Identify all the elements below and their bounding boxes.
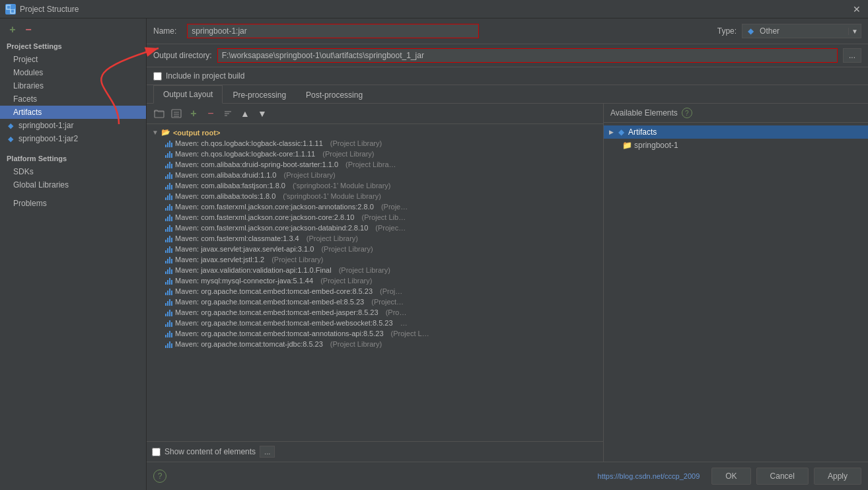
tree-item-13[interactable]: Maven: mysql:mysql-connector-java:5.1.44… <box>147 275 603 286</box>
sidebar-item-sdks[interactable]: SDKs <box>0 165 146 178</box>
sidebar-item-global-libraries[interactable]: Global Libraries <box>0 178 146 192</box>
tree-item-2[interactable]: Maven: com.alibaba:druid-spring-boot-sta… <box>147 159 603 170</box>
bars-icon-14 <box>165 287 172 295</box>
tree-item-1[interactable]: Maven: ch.qos.logback:logback-core:1.1.1… <box>147 149 603 159</box>
output-layout-panel: + − ▲ ▼ ▼ 📂 <box>147 104 604 462</box>
tree-item-15[interactable]: Maven: org.apache.tomcat.embed:tomcat-em… <box>147 297 603 307</box>
sidebar-item-modules[interactable]: Modules <box>0 66 146 79</box>
bars-icon-10 <box>165 245 172 253</box>
apply-button[interactable]: Apply <box>814 468 861 485</box>
bars-icon-2 <box>165 160 172 168</box>
bars-icon-11 <box>165 256 172 263</box>
sidebar-toolbar: + − <box>0 18 146 38</box>
sidebar-item-facets[interactable]: Facets <box>0 92 146 106</box>
tree-item-10[interactable]: Maven: javax.servlet:javax.servlet-api:3… <box>147 244 603 254</box>
tree-item-12[interactable]: Maven: javax.validation:validation-api:1… <box>147 265 603 275</box>
output-tree[interactable]: ▼ 📂 <output root> Maven: ch.qos.logback:… <box>147 124 603 441</box>
sidebar-item-project[interactable]: Project <box>0 53 146 66</box>
tree-item-8[interactable]: Maven: com.fasterxml.jackson.core:jackso… <box>147 223 603 233</box>
tree-item-17[interactable]: Maven: org.apache.tomcat.embed:tomcat-em… <box>147 318 603 328</box>
sidebar-divider2 <box>0 192 146 197</box>
artifact-entry-jar[interactable]: ◆ springboot-1:jar <box>0 119 146 132</box>
cancel-button[interactable]: Cancel <box>756 468 809 485</box>
tree-item-6[interactable]: Maven: com.fasterxml.jackson.core:jackso… <box>147 201 603 212</box>
project-settings-label: Project Settings <box>0 38 146 53</box>
tab-output-layout[interactable]: Output Layout <box>153 85 223 104</box>
tree-item-5[interactable]: Maven: com.alibaba:tools:1.8.0 ('springb… <box>147 191 603 201</box>
ok-button[interactable]: OK <box>711 468 750 485</box>
show-content-button[interactable]: ... <box>260 446 275 458</box>
help-button[interactable]: ? <box>153 470 166 483</box>
bars-icon-16 <box>165 308 172 316</box>
remove-artifact-button[interactable]: − <box>22 24 34 36</box>
close-button[interactable]: ✕ <box>851 3 863 15</box>
include-label: Include in project build <box>166 71 244 81</box>
type-section: Type: ◆ Other JAR Web Application: Explo… <box>717 24 861 38</box>
include-checkbox[interactable] <box>153 72 162 81</box>
svg-rect-0 <box>7 5 11 9</box>
add-artifact-button[interactable]: + <box>7 24 18 36</box>
type-select-wrapper: ◆ Other JAR Web Application: Exploded ▼ <box>742 24 861 38</box>
show-content-row: Show content of elements ... <box>147 441 603 462</box>
name-input[interactable] <box>188 24 478 38</box>
tabs-row: Output Layout Pre-processing Post-proces… <box>147 85 868 104</box>
sidebar-item-libraries[interactable]: Libraries <box>0 79 146 92</box>
output-root-icon: 📂 <box>161 128 170 137</box>
content-area: + − ▲ ▼ ▼ 📂 <box>147 104 868 462</box>
bars-icon-12 <box>165 266 172 274</box>
sidebar-item-problems[interactable]: Problems <box>0 197 146 210</box>
avail-artifacts-item[interactable]: ▶ ◆ Artifacts <box>604 125 868 139</box>
tab-preprocessing[interactable]: Pre-processing <box>223 86 296 104</box>
tree-item-0[interactable]: Maven: ch.qos.logback:logback-classic:1.… <box>147 138 603 149</box>
tab-postprocessing[interactable]: Post-processing <box>296 86 373 104</box>
output-remove-btn[interactable]: − <box>203 106 218 121</box>
output-dir-label: Output directory: <box>153 51 212 60</box>
tree-item-11[interactable]: Maven: javax.servlet:jstl:1.2 (Project L… <box>147 254 603 265</box>
browse-button[interactable]: ... <box>843 48 861 63</box>
available-help-button[interactable]: ? <box>682 108 692 118</box>
tree-item-4[interactable]: Maven: com.alibaba:fastjson:1.8.0 ('spri… <box>147 180 603 191</box>
output-up-btn[interactable]: ▲ <box>238 106 252 121</box>
right-panel: Name: Type: ◆ Other JAR Web Application:… <box>147 18 868 490</box>
bars-icon-5 <box>165 192 172 200</box>
tree-item-14[interactable]: Maven: org.apache.tomcat.embed:tomcat-em… <box>147 286 603 297</box>
app-icon <box>5 4 16 15</box>
artifact-entry-jar2[interactable]: ◆ springboot-1:jar2 <box>0 132 146 145</box>
artifacts-icon: ◆ <box>616 127 626 137</box>
bars-icon-19 <box>165 340 172 348</box>
bars-icon-4 <box>165 182 172 190</box>
bars-icon-6 <box>165 203 172 211</box>
show-content-checkbox[interactable] <box>152 448 161 456</box>
top-controls: Name: Type: ◆ Other JAR Web Application:… <box>147 18 868 44</box>
sidebar-divider <box>0 145 146 151</box>
bars-icon-8 <box>165 224 172 232</box>
available-panel: Available Elements ? ▶ ◆ Artifacts 📁 spr… <box>604 104 868 462</box>
bars-icon-15 <box>165 298 172 306</box>
sidebar: + − Project Settings Project Modules Lib… <box>0 18 147 490</box>
bottom-url: https://blog.csdn.net/cccp_2009 <box>598 472 700 480</box>
output-dir-input[interactable] <box>218 49 837 62</box>
tree-item-9[interactable]: Maven: com.fasterxml:classmate:1.3.4 (Pr… <box>147 233 603 244</box>
output-down-btn[interactable]: ▼ <box>255 106 270 121</box>
tree-item-18[interactable]: Maven: org.apache.tomcat.embed:tomcat-an… <box>147 328 603 339</box>
output-sort-btn[interactable] <box>221 106 235 121</box>
folder-icon: 📁 <box>622 141 632 150</box>
output-folder-btn[interactable] <box>152 106 166 121</box>
artifact-icon: ◆ <box>7 122 15 129</box>
sidebar-item-artifacts[interactable]: Artifacts <box>0 106 146 119</box>
tree-item-3[interactable]: Maven: com.alibaba:druid:1.1.0 (Project … <box>147 170 603 180</box>
bars-icon-1 <box>165 150 172 158</box>
output-add-btn[interactable]: + <box>186 106 201 121</box>
tree-item-16[interactable]: Maven: org.apache.tomcat.embed:tomcat-em… <box>147 307 603 318</box>
output-root-item[interactable]: ▼ 📂 <output root> <box>147 127 603 138</box>
show-content-label: Show content of elements <box>164 447 256 456</box>
tree-item-7[interactable]: Maven: com.fasterxml.jackson.core:jackso… <box>147 212 603 223</box>
name-label: Name: <box>153 26 176 36</box>
available-header: Available Elements ? <box>604 104 868 123</box>
output-list-btn[interactable] <box>169 106 184 121</box>
tree-item-19[interactable]: Maven: org.apache.tomcat:tomcat-jdbc:8.5… <box>147 339 603 349</box>
type-select[interactable]: Other JAR Web Application: Exploded <box>756 24 848 38</box>
avail-springboot-item[interactable]: 📁 springboot-1 <box>604 139 868 152</box>
bars-icon-0 <box>165 139 172 147</box>
type-dropdown-arrow[interactable]: ▼ <box>848 28 861 35</box>
